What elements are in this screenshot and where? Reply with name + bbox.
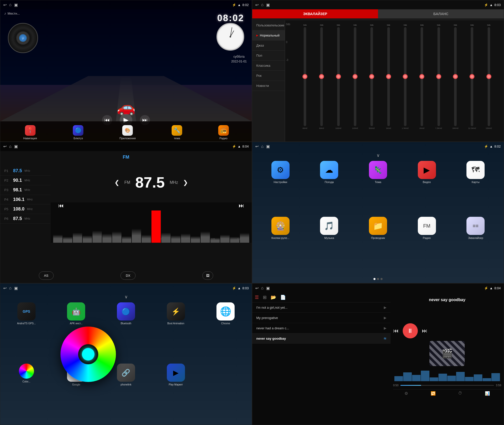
- prev-track-button[interactable]: ⏮: [393, 328, 399, 334]
- radio-preset-p1[interactable]: P1 87.5 MHz: [0, 166, 51, 176]
- app-files[interactable]: 📁 Проводник: [355, 217, 401, 270]
- drawer-app-phonelink[interactable]: 🔗 phonelink: [102, 364, 150, 422]
- menu-icon[interactable]: ▣: [266, 144, 270, 149]
- eq-slider-500hz[interactable]: 0db 500HZ: [364, 24, 380, 129]
- radio-image-button[interactable]: 🖼: [202, 271, 213, 280]
- eq-preset-news[interactable]: Новости: [252, 81, 285, 91]
- eq-slider-120hz[interactable]: 0db 120HZ: [347, 24, 363, 129]
- radio-preset-p6[interactable]: P6 87.5 MHz: [0, 214, 51, 224]
- timer-icon[interactable]: ⏱: [458, 391, 462, 396]
- drawer-app-chrome[interactable]: 🌐 Chrome: [202, 302, 249, 361]
- pause-button[interactable]: ⏸: [403, 323, 418, 338]
- eq-preset-pop[interactable]: Поп: [252, 51, 285, 61]
- app-equalizer[interactable]: ≡≡ Эквалайзер: [452, 217, 499, 270]
- nav-bluetooth[interactable]: 🔵 Блютуз: [73, 125, 83, 140]
- eq-slider-2khz[interactable]: 0db 2KHZ: [414, 24, 430, 129]
- menu-icon[interactable]: ▣: [14, 144, 18, 149]
- radio-preset-p2[interactable]: P2 90.1 MHz: [0, 176, 51, 185]
- repeat-icon[interactable]: 🔁: [431, 391, 436, 396]
- nav-theme[interactable]: 🔧 тема: [172, 125, 182, 140]
- track-2-play[interactable]: ▶: [384, 316, 387, 320]
- eq-thumb-60hz[interactable]: [302, 74, 307, 79]
- drawer-app-market[interactable]: ▶ Play Маркет: [152, 364, 200, 422]
- track-1-play[interactable]: ▶: [384, 305, 387, 309]
- tab-grid-icon[interactable]: ⊞: [263, 295, 267, 300]
- tab-folder-icon[interactable]: 📂: [271, 295, 276, 300]
- eq-slider-10khz[interactable]: 0db 10KHZ: [448, 24, 463, 129]
- radio-preset-p4[interactable]: P4 106.1 MHz: [0, 195, 51, 204]
- eq-slider-60hz[interactable]: 0db 60HZ: [297, 24, 313, 129]
- back-icon[interactable]: ↩: [255, 3, 259, 7]
- app-steering[interactable]: 🎡 Кнопки руле...: [257, 217, 304, 270]
- menu-icon[interactable]: ▣: [14, 3, 18, 7]
- eq-preset-jazz[interactable]: Джаз: [252, 41, 285, 51]
- track-2[interactable]: My prerogative ▶: [252, 313, 391, 323]
- home-icon[interactable]: ⌂: [261, 286, 264, 290]
- menu-icon[interactable]: ▣: [14, 286, 18, 291]
- eq-preset-rock[interactable]: Рок: [252, 71, 285, 81]
- back-icon[interactable]: ↩: [3, 144, 7, 149]
- track-4-active[interactable]: never say goodbay ≋: [252, 333, 391, 344]
- eq-slider-1khz[interactable]: 0db 1KHZ: [381, 24, 396, 129]
- radio-as-button[interactable]: AS: [39, 271, 54, 280]
- app-settings[interactable]: ⚙ Настройки: [257, 161, 304, 215]
- eq-slider-12_5khz[interactable]: 0db 12.5KHZ: [464, 24, 480, 129]
- home-icon[interactable]: ⌂: [261, 144, 264, 149]
- drawer-app-boot[interactable]: ⚡ Boot Animation: [152, 302, 200, 361]
- back-icon[interactable]: ↩: [255, 144, 259, 149]
- tab-file-icon[interactable]: 📄: [280, 295, 286, 300]
- eq-slider-100hz[interactable]: 0db 100HZ: [331, 24, 346, 129]
- equalizer-icon[interactable]: ⚙: [404, 391, 408, 396]
- radio-prev-button[interactable]: ❮: [114, 179, 119, 186]
- home-icon[interactable]: ⌂: [9, 3, 12, 7]
- app-weather[interactable]: ☁ Погода: [306, 161, 353, 215]
- app-video[interactable]: ▶ Видео: [404, 161, 450, 215]
- app-music[interactable]: 🎵 Музыка: [306, 217, 353, 270]
- next-track-button[interactable]: ⏭: [422, 328, 427, 334]
- track-4-play[interactable]: ≋: [384, 336, 387, 340]
- nav-radio[interactable]: 📻 Радио: [218, 125, 229, 140]
- eq-slider-80hz[interactable]: 0db 80HZ: [314, 24, 329, 129]
- radio-preset-p3[interactable]: P3 98.1 MHz: [0, 185, 51, 195]
- page-dot-1[interactable]: [373, 278, 375, 280]
- app-maps[interactable]: 🗺 Карты: [452, 161, 499, 215]
- page-dot-2[interactable]: [377, 278, 379, 280]
- radio-skip-back-button[interactable]: ⏮: [58, 202, 64, 209]
- back-icon[interactable]: ↩: [255, 286, 259, 291]
- eq-slider-15khz[interactable]: 0db 15KHZ: [481, 24, 497, 129]
- radio-dx-button[interactable]: DX: [120, 271, 136, 280]
- app-radio[interactable]: FM Радио: [404, 217, 450, 270]
- eq-tab-balance[interactable]: БАЛАНС: [378, 9, 504, 18]
- volume-icon[interactable]: 📊: [485, 391, 490, 396]
- eq-preset-user[interactable]: Пользовательские: [252, 20, 285, 30]
- eq-slider-7_5khz[interactable]: 0db 7.5KHZ: [431, 24, 447, 129]
- drawer-chevron-icon[interactable]: ∨: [124, 294, 128, 300]
- track-3[interactable]: never had a dream c... ▶: [252, 323, 391, 333]
- home-icon[interactable]: ⌂: [261, 3, 264, 7]
- apps-chevron-icon[interactable]: ∨: [376, 153, 380, 158]
- drawer-app-color[interactable]: Color...: [3, 364, 50, 422]
- progress-bar-track[interactable]: [400, 385, 494, 386]
- eq-slider-1_5khz[interactable]: 0db 1.5KHZ: [397, 24, 413, 129]
- nav-apps[interactable]: 🎨 Приложения: [119, 125, 136, 140]
- home-icon[interactable]: ⌂: [9, 286, 12, 290]
- radio-skip-forward-button[interactable]: ⏭: [239, 202, 244, 209]
- radio-next-button[interactable]: ❯: [183, 179, 188, 186]
- menu-icon[interactable]: ▣: [266, 286, 270, 291]
- eq-preset-classic[interactable]: Классика: [252, 61, 285, 71]
- home-icon[interactable]: ⌂: [9, 144, 12, 149]
- track-1[interactable]: I'm not a girl,not yet... ▶: [252, 302, 391, 313]
- menu-icon[interactable]: ▣: [266, 3, 270, 7]
- eq-tab-equalizer[interactable]: ЭКВАЛАЙЗЕР: [252, 9, 378, 18]
- page-dot-3[interactable]: [381, 278, 383, 280]
- app-theme[interactable]: 🦎 Тема: [355, 161, 401, 215]
- back-icon[interactable]: ↩: [3, 3, 7, 7]
- tab-list-icon[interactable]: ☰: [255, 295, 259, 300]
- color-wheel-overlay[interactable]: [60, 327, 116, 382]
- drawer-app-gps[interactable]: GPS AndroiTS GPS...: [3, 302, 50, 361]
- eq-preset-normal[interactable]: ▶ Нормальный: [252, 30, 285, 41]
- nav-navigation[interactable]: 📍 Навигация: [23, 125, 37, 140]
- radio-preset-p5[interactable]: P5 108.0 MHz: [0, 204, 51, 214]
- back-icon[interactable]: ↩: [3, 286, 7, 291]
- track-3-play[interactable]: ▶: [384, 326, 387, 330]
